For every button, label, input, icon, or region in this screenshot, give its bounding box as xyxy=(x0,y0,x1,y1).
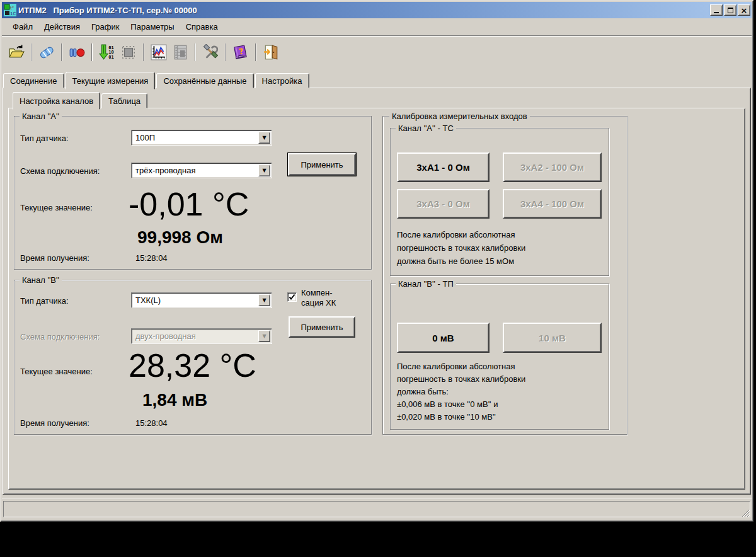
note-line: должна быть: xyxy=(397,386,525,398)
channel-b-sensor-type-select[interactable]: ТХК(L) ▼ xyxy=(131,292,272,308)
main-tab-strip: Соединение Текущие измерения Сохранённые… xyxy=(3,71,311,88)
sub-tab-strip: Настройка каналов Таблица xyxy=(13,91,149,108)
open-folder-icon xyxy=(8,44,25,60)
channel-a-current-value-label: Текущее значение: xyxy=(20,203,93,212)
calibrate-0-mv-button[interactable]: 0 мВ xyxy=(397,323,490,353)
channel-b-group-label: Канал ''B'' xyxy=(20,275,62,285)
minimize-button[interactable] xyxy=(710,4,723,16)
calibrate-3xa4-100-ohm-button: 3xA4 - 100 Ом xyxy=(503,189,602,219)
chevron-down-icon: ▼ xyxy=(262,168,266,173)
exit-button[interactable] xyxy=(260,42,282,62)
toolbar-separator xyxy=(255,43,256,61)
show-graph-button[interactable] xyxy=(148,42,169,62)
download-arrows-icon: 01 10 01 xyxy=(99,44,115,60)
help-button[interactable]: ? xyxy=(230,42,251,62)
channel-a-wiring-label: Схема подключения: xyxy=(20,166,100,176)
channel-a-wiring-value: трёх-проводная xyxy=(132,166,258,175)
channel-b-time-value: 15:28:04 xyxy=(135,418,168,428)
exit-door-icon xyxy=(263,44,279,60)
status-bar xyxy=(2,498,752,519)
channel-b-wiring-label: Схема подключения: xyxy=(20,332,100,342)
dropdown-button[interactable]: ▼ xyxy=(258,164,270,176)
open-file-button[interactable] xyxy=(6,42,27,62)
download-data-button[interactable]: 01 10 01 xyxy=(96,42,118,62)
table-icon xyxy=(172,44,188,60)
maximize-button[interactable] xyxy=(724,4,736,16)
note-line: ±0,006 мВ в точке ''0 мВ'' и xyxy=(397,398,525,411)
tab-saved-data[interactable]: Сохранённые данные xyxy=(156,73,253,88)
menu-help[interactable]: Справка xyxy=(180,20,224,33)
tab-label: Сохранённые данные xyxy=(163,76,246,86)
graph-icon xyxy=(151,44,167,60)
channel-b-wiring-select: двух-проводная ▼ xyxy=(131,328,272,344)
title-bar[interactable]: t° 1C ИТПМ2 Прибор ИТПМ2-ТС-ТП, сер.№ 00… xyxy=(2,2,752,18)
calibrate-10-mv-button: 10 мВ xyxy=(503,323,602,353)
maximize-icon xyxy=(728,8,733,13)
channel-a-apply-button[interactable]: Применить xyxy=(288,153,356,176)
calibration-group-label: Калибровка измерительных входов xyxy=(389,112,530,121)
dropdown-button: ▼ xyxy=(258,330,270,342)
menu-bar: Файл Действия График Параметры Справка xyxy=(2,18,752,35)
tab-label: Текущие измерения xyxy=(72,76,149,86)
chevron-down-icon: ▼ xyxy=(262,334,266,339)
channel-a-current-value: -0,01 °C xyxy=(129,188,249,221)
connect-device-button[interactable] xyxy=(36,42,57,62)
note-line: После калибровки абсолютная xyxy=(397,228,525,241)
cold-junction-compensation-label: Компен- сация ХК xyxy=(301,288,336,308)
tools-settings-button[interactable] xyxy=(200,42,221,62)
note-line: ±0,020 мВ в точке ''10 мВ'' xyxy=(397,411,525,423)
menu-actions[interactable]: Действия xyxy=(38,20,86,33)
subtab-table[interactable]: Таблица xyxy=(101,93,147,108)
channel-a-time-value: 15:28:04 xyxy=(135,253,168,263)
tab-settings[interactable]: Настройка xyxy=(255,73,309,88)
start-stop-measurement-button[interactable] xyxy=(66,42,88,62)
show-table-button xyxy=(169,42,191,62)
status-panel xyxy=(3,501,750,517)
subtab-channel-setup[interactable]: Настройка каналов xyxy=(13,92,100,110)
toolbar-separator xyxy=(91,43,93,61)
note-line: После калибровки абсолютная xyxy=(397,360,525,373)
channel-b-time-label: Время получения: xyxy=(20,418,89,428)
menu-parameters[interactable]: Параметры xyxy=(125,20,180,33)
record-stop-icon xyxy=(69,44,85,60)
chevron-down-icon: ▼ xyxy=(262,135,266,141)
toolbar-separator xyxy=(195,43,196,61)
channel-b-secondary-value: 1,84 мВ xyxy=(142,391,207,409)
note-line: должна быть не более 15 мОм xyxy=(397,255,525,268)
cold-junction-compensation-checkbox[interactable] xyxy=(287,292,297,302)
toolbar-separator xyxy=(225,43,226,61)
channel-a-sensor-type-select[interactable]: 100П ▼ xyxy=(131,130,272,146)
chevron-down-icon: ▼ xyxy=(262,298,266,303)
resize-grip[interactable] xyxy=(741,508,750,517)
channel-a-sensor-type-label: Тип датчика: xyxy=(20,134,69,143)
device-thermometer-icon: t° 1C xyxy=(4,4,16,16)
channel-b-wiring-value: двух-проводная xyxy=(132,331,258,341)
calibration-channel-b-note: После калибровки абсолютная погрешность … xyxy=(397,360,525,423)
svg-text:01: 01 xyxy=(108,54,113,59)
close-button[interactable]: × xyxy=(738,4,750,16)
channel-a-group-label: Канал ''A'' xyxy=(20,112,62,121)
label-line: сация ХК xyxy=(301,298,336,308)
tab-connection[interactable]: Соединение xyxy=(3,73,64,88)
calibrate-3xa1-0-ohm-button[interactable]: 3xA1 - 0 Ом xyxy=(397,152,490,182)
minimize-icon xyxy=(714,12,719,13)
checkmark-icon xyxy=(289,294,295,301)
menu-graph[interactable]: График xyxy=(86,20,125,33)
channel-a-wiring-select[interactable]: трёх-проводная ▼ xyxy=(131,163,272,178)
channel-b-current-value-label: Текущее значение: xyxy=(20,367,93,376)
dropdown-button[interactable]: ▼ xyxy=(258,132,270,144)
note-line: погрешность в точках калибровки xyxy=(397,373,525,386)
tools-icon xyxy=(202,44,219,60)
toolbar-separator xyxy=(143,43,144,61)
note-line: погрешность в точках калибровки xyxy=(397,241,525,255)
calibrate-3xa2-100-ohm-button: 3xA2 - 100 Ом xyxy=(503,152,602,182)
tab-current-measurements[interactable]: Текущие измерения xyxy=(66,72,156,89)
svg-text:t°: t° xyxy=(10,6,14,11)
channel-b-sensor-type-value: ТХК(L) xyxy=(132,296,258,305)
channel-b-apply-button[interactable]: Применить xyxy=(289,316,355,338)
window-title: ИТПМ2 Прибор ИТПМ2-ТС-ТП, сер.№ 00000 xyxy=(18,6,197,15)
dropdown-button[interactable]: ▼ xyxy=(258,294,270,306)
toolbar: 01 10 01 xyxy=(2,35,752,68)
menu-file[interactable]: Файл xyxy=(7,20,38,33)
app-window: t° 1C ИТПМ2 Прибор ИТПМ2-ТС-ТП, сер.№ 00… xyxy=(0,0,753,522)
